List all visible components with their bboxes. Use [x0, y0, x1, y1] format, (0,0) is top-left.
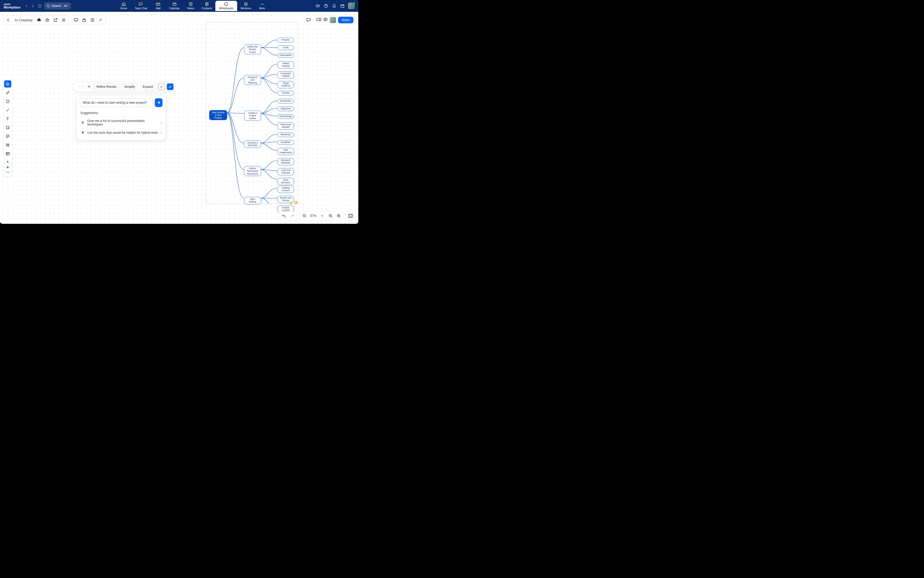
user-avatar[interactable]	[348, 3, 355, 9]
mindmap-leaf[interactable]: Competitor Analysis	[278, 71, 294, 78]
redo-button[interactable]	[289, 213, 295, 219]
mindmap-leaf[interactable]: Resources Needed	[278, 122, 294, 130]
back-button[interactable]	[5, 17, 11, 23]
nav-calendar[interactable]: Calendar	[166, 1, 183, 11]
search-input[interactable]: Search ⌘F	[44, 2, 71, 10]
link-icon[interactable]	[315, 3, 320, 8]
zoom-out-button[interactable]	[302, 213, 307, 219]
simplify-button[interactable]: Simplify	[122, 83, 138, 90]
present-icon[interactable]	[73, 17, 79, 23]
nav-contacts[interactable]: Contacts	[198, 1, 215, 11]
video-icon[interactable]	[317, 18, 321, 22]
minimap-icon	[348, 214, 353, 218]
mindmap-branch[interactable]: Define the Project Scope	[244, 44, 261, 54]
mindmap-leaf[interactable]: Target Audience	[278, 81, 294, 88]
mindmap-leaf[interactable]: Tools and Software	[278, 168, 294, 175]
export-icon[interactable]	[81, 17, 87, 23]
thumbs-down-button[interactable]: 👎	[294, 201, 298, 205]
suggestion-item[interactable]: List the tools that would be helpful for…	[80, 128, 162, 137]
ai-sparkle-tool[interactable]	[3, 163, 12, 172]
nav-mail[interactable]: Mail	[151, 1, 166, 11]
accept-button[interactable]	[167, 83, 174, 90]
nav-home[interactable]: Home	[116, 1, 131, 11]
fit-to-screen-button[interactable]	[336, 213, 342, 219]
send-button[interactable]	[155, 98, 162, 107]
zoom-level[interactable]: 57%	[310, 214, 317, 218]
help-icon[interactable]	[323, 3, 328, 8]
expand-button[interactable]: Expand	[140, 83, 156, 90]
workvivo-icon	[244, 2, 248, 6]
nav-whiteboards[interactable]: Whiteboards	[215, 1, 237, 11]
svg-point-12	[325, 4, 328, 8]
mindmap-leaf[interactable]: Deadlines	[278, 140, 294, 145]
text-tool[interactable]	[4, 115, 11, 122]
undo-button[interactable]	[281, 213, 287, 219]
drag-handle-icon[interactable]: ⋮⋮	[76, 85, 84, 89]
ai-panel: Suggestions Give me a list of successful…	[76, 95, 166, 140]
mindmap-branch[interactable]: Research and Planning	[244, 75, 261, 85]
refine-results-button[interactable]: Refine Results	[94, 83, 119, 90]
zoom-dropdown[interactable]	[320, 213, 325, 219]
mindmap-leaf[interactable]: Goals	[278, 45, 294, 50]
mindmap-branch[interactable]: Create a Project Outline	[244, 110, 261, 121]
more-icon	[260, 2, 265, 6]
nav-forward-button[interactable]	[30, 3, 36, 8]
participant-avatar[interactable]	[330, 17, 336, 23]
top-navigation: zoom Workplace Search ⌘F Home Team Chat …	[0, 0, 358, 12]
share-external-icon[interactable]	[53, 17, 58, 23]
frame-tool[interactable]	[4, 141, 11, 149]
comment-tool[interactable]	[4, 133, 11, 140]
mindmap-leaf[interactable]: Deliverables	[278, 53, 294, 58]
line-tool[interactable]	[4, 107, 11, 114]
nav-more[interactable]: More	[255, 1, 270, 11]
ai-prompt-input[interactable]	[80, 98, 153, 107]
mindmap-frame[interactable]: Start Writing a New Project Define the P…	[206, 22, 298, 204]
timer-icon[interactable]	[89, 17, 95, 23]
menu-icon[interactable]	[61, 17, 67, 23]
mindmap-leaf[interactable]: Introduction	[278, 99, 294, 104]
star-icon[interactable]	[44, 17, 50, 23]
shape-tool[interactable]	[4, 98, 11, 105]
mindmap-leaf[interactable]: Methodology	[278, 114, 294, 119]
calendar-compact-icon[interactable]	[340, 3, 345, 8]
pen-tool[interactable]	[4, 89, 11, 96]
suggestion-item[interactable]: Give me a list of successful presentatio…	[80, 117, 162, 128]
mindmap-branch[interactable]: Gather Necessary Resources	[244, 166, 261, 176]
cloud-sync-icon[interactable]	[36, 17, 42, 23]
nav-notes[interactable]: Notes	[183, 1, 198, 11]
sticky-tool[interactable]	[4, 124, 11, 131]
comments-button[interactable]	[304, 15, 313, 24]
mindmap-leaf[interactable]: Market Analysis	[278, 61, 294, 68]
history-icon[interactable]	[37, 3, 42, 9]
mindmap-root[interactable]: Start Writing a New Project	[209, 110, 227, 120]
home-icon	[122, 2, 126, 6]
mindmap-leaf[interactable]: Milestones	[278, 132, 294, 137]
bell-icon[interactable]	[331, 3, 337, 8]
select-tool[interactable]	[4, 80, 11, 88]
mindmap-leaf[interactable]: Task Assignments	[278, 148, 294, 155]
reject-button[interactable]: ✕	[158, 83, 165, 90]
mindmap-leaf[interactable]: Research Materials	[278, 158, 294, 165]
board-title[interactable]: AI Creativity	[14, 18, 34, 22]
eye-icon[interactable]	[323, 18, 328, 22]
mindmap-leaf[interactable]: Purpose	[278, 38, 294, 42]
chevron-right-icon: ›	[161, 131, 161, 135]
nav-back-button[interactable]	[24, 3, 29, 8]
mindmap-branch[interactable]: Develop a Schedule	[244, 140, 261, 148]
minimap-button[interactable]	[346, 211, 355, 221]
thumbs-up-button[interactable]: 👍	[289, 201, 293, 205]
zoom-in-button[interactable]	[328, 213, 333, 219]
whiteboard-canvas[interactable]: AI Creativity Share	[0, 12, 358, 224]
mindmap-leaf[interactable]: Objectives	[278, 107, 294, 111]
mindmap-branch[interactable]: Start Writing	[244, 197, 261, 204]
svg-point-10	[262, 4, 263, 5]
present-group	[71, 15, 106, 24]
share-button[interactable]: Share	[338, 17, 354, 23]
nav-workvivo[interactable]: Workvivo	[237, 1, 255, 11]
nav-team-chat[interactable]: Team Chat	[131, 1, 151, 11]
laser-icon[interactable]	[98, 17, 104, 23]
mindmap-leaf[interactable]: Drafting Content	[278, 186, 294, 193]
mindmap-leaf[interactable]: Timeline	[278, 91, 294, 96]
mindmap-leaf[interactable]: Team Members	[278, 178, 294, 185]
template-tool[interactable]	[4, 150, 11, 157]
